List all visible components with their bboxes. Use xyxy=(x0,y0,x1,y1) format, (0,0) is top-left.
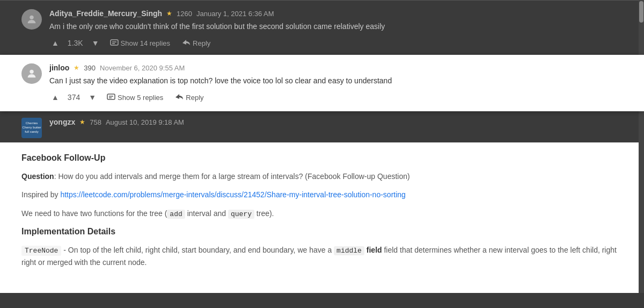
treenode-desc1: - On top of the left child, right child,… xyxy=(61,246,334,254)
show-replies-jinloo[interactable]: Show 5 replies xyxy=(104,92,166,103)
comment-meta-jinloo: jinloo ★ 390 November 6, 2020 9:55 AM xyxy=(49,63,623,72)
comment-meta-yongzx: yongzx ★ 758 August 10, 2019 9:18 AM xyxy=(49,118,623,126)
comment-body-aditya: Aditya_Freddie_Mercury_Singh ★ 1260 Janu… xyxy=(49,9,623,48)
comment-aditya: Aditya_Freddie_Mercury_Singh ★ 1260 Janu… xyxy=(0,1,644,55)
actions-aditya: ▲ 1.3K ▼ Show 14 replies xyxy=(49,38,623,48)
field-bold: field xyxy=(364,246,382,254)
text-aditya: Am i the only one who couldn't think of … xyxy=(49,21,623,32)
username-aditya: Aditya_Freddie_Mercury_Singh xyxy=(49,9,162,18)
reply-label-aditya: Reply xyxy=(193,39,210,47)
question-text: : How do you add intervals and merge the… xyxy=(54,172,410,181)
scrollbar-track[interactable] xyxy=(639,0,644,293)
replies-icon-aditya xyxy=(110,39,119,47)
reply-icon-jinloo xyxy=(175,93,184,102)
reply-btn-aditya[interactable]: Reply xyxy=(179,38,214,48)
show-replies-label-jinloo: Show 5 replies xyxy=(118,94,163,102)
treenode-code: TreeNode xyxy=(21,246,61,256)
svg-rect-5 xyxy=(107,94,115,99)
tree-middle: interval and xyxy=(185,209,228,218)
question-label: Question xyxy=(21,172,54,181)
svg-point-4 xyxy=(30,70,33,74)
add-code: add xyxy=(167,210,185,219)
svg-point-0 xyxy=(30,16,33,19)
inspired-link[interactable]: https://leetcode.com/problems/merge-inte… xyxy=(60,190,406,199)
date-yongzx: August 10, 2019 9:18 AM xyxy=(106,118,184,126)
comment-body-jinloo: jinloo ★ 390 November 6, 2020 9:55 AM Ca… xyxy=(49,63,623,103)
score-aditya: 1260 xyxy=(177,10,192,18)
downvote-aditya[interactable]: ▼ xyxy=(90,38,101,48)
score-jinloo: 390 xyxy=(84,64,96,72)
query-code: query xyxy=(228,210,254,219)
svg-rect-1 xyxy=(111,40,118,45)
text-jinloo: Can I just say the video explanation is … xyxy=(49,75,623,87)
page-container: Aditya_Freddie_Mercury_Singh ★ 1260 Janu… xyxy=(0,0,644,293)
username-yongzx: yongzx xyxy=(49,118,75,126)
heading-facebook-followup: Facebook Follow-Up xyxy=(21,153,623,163)
treenode-paragraph: TreeNode - On top of the left child, rig… xyxy=(21,244,623,269)
avatar-yongzx-text: CherriesCherry butterfull candy xyxy=(22,121,41,134)
inspired-paragraph: Inspired by https://leetcode.com/problem… xyxy=(21,189,623,200)
upvote-aditya[interactable]: ▲ xyxy=(49,38,61,48)
replies-icon-jinloo xyxy=(107,93,115,102)
vote-count-jinloo: 374 xyxy=(68,93,80,102)
scrollbar-thumb[interactable] xyxy=(639,1,643,23)
upvote-jinloo[interactable]: ▲ xyxy=(49,92,61,103)
comment-jinloo: jinloo ★ 390 November 6, 2020 9:55 AM Ca… xyxy=(0,55,644,111)
inspired-label: Inspired by xyxy=(21,190,60,199)
downvote-jinloo[interactable]: ▼ xyxy=(86,92,98,103)
actions-jinloo: ▲ 374 ▼ Show 5 replies xyxy=(49,92,623,103)
vote-count-aditya: 1.3K xyxy=(68,39,83,47)
date-jinloo: November 6, 2020 9:55 AM xyxy=(100,64,185,72)
tree-end: tree). xyxy=(254,209,274,218)
score-yongzx: 758 xyxy=(90,118,101,126)
username-jinloo: jinloo xyxy=(49,63,69,72)
middle-code: middle xyxy=(334,246,364,255)
star-aditya: ★ xyxy=(166,10,172,17)
avatar-aditya xyxy=(21,9,42,30)
comment-meta-aditya: Aditya_Freddie_Mercury_Singh ★ 1260 Janu… xyxy=(49,9,623,18)
reply-icon-aditya xyxy=(182,39,191,47)
tree-functions-paragraph: We need to have two functions for the tr… xyxy=(21,207,623,220)
heading-implementation-details: Implementation Details xyxy=(21,227,623,237)
avatar-yongzx: CherriesCherry butterfull candy xyxy=(21,118,42,138)
reply-label-jinloo: Reply xyxy=(186,94,203,102)
avatar-jinloo xyxy=(21,63,42,84)
show-replies-label-aditya: Show 14 replies xyxy=(121,39,171,47)
tree-intro: We need to have two functions for the tr… xyxy=(21,209,167,218)
question-paragraph: Question: How do you add intervals and m… xyxy=(21,170,623,182)
star-yongzx: ★ xyxy=(79,118,85,126)
comment-yongzx: CherriesCherry butterfull candy yongzx ★… xyxy=(0,111,644,142)
star-jinloo: ★ xyxy=(74,64,79,71)
date-aditya: January 1, 2021 6:36 AM xyxy=(196,10,274,18)
comment-body-yongzx: yongzx ★ 758 August 10, 2019 9:18 AM xyxy=(49,118,623,130)
content-section: Facebook Follow-Up Question: How do you … xyxy=(0,142,644,293)
show-replies-aditya[interactable]: Show 14 replies xyxy=(107,38,174,48)
reply-btn-jinloo[interactable]: Reply xyxy=(172,92,207,103)
